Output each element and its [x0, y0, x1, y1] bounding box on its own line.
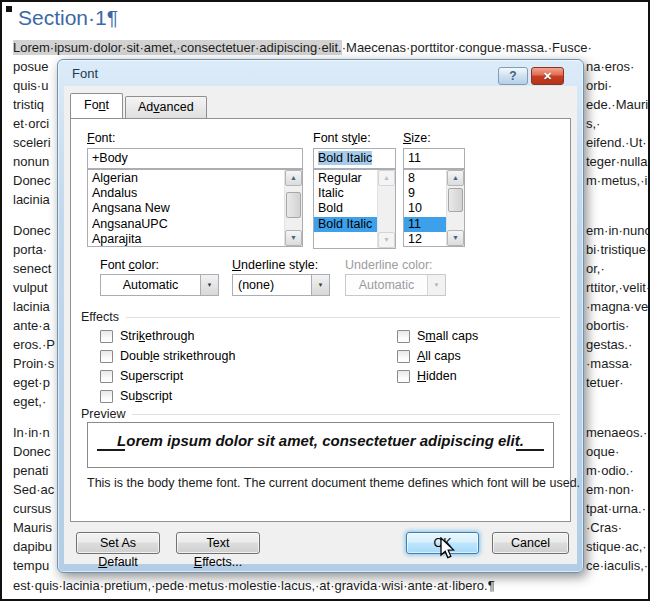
font-color-value: Automatic: [101, 278, 200, 292]
document-text-fragment: [586, 392, 650, 411]
close-button[interactable]: ✕: [531, 67, 564, 85]
font-style-list-item[interactable]: Bold: [314, 201, 378, 216]
effect-option[interactable]: Superscript: [100, 366, 235, 386]
size-input[interactable]: 11: [403, 148, 465, 169]
font-dialog: Font ? ✕ Font Advanced Font: +Body Alger…: [57, 59, 584, 573]
font-color-dropdown[interactable]: Automatic ▼: [100, 274, 219, 296]
checkbox-icon[interactable]: [100, 350, 113, 363]
document-text-fragment: bi·tristique·: [586, 240, 650, 259]
effect-label: Strikethrough: [120, 329, 194, 343]
effect-option[interactable]: All caps: [397, 346, 478, 366]
dialog-title: Font: [72, 66, 98, 81]
document-text-fragment: tetuer·: [586, 373, 650, 392]
effects-group-label: Effects: [81, 310, 119, 324]
size-list-item[interactable]: 9: [404, 186, 447, 201]
font-list-scrollbar[interactable]: ▲ ▼: [284, 170, 302, 246]
preview-right-tick: [516, 449, 544, 451]
chevron-down-icon: ▼: [207, 282, 213, 288]
effect-option[interactable]: Small caps: [397, 326, 478, 346]
document-text-fragment: gestas.·: [586, 335, 650, 354]
checkbox-icon[interactable]: [100, 390, 113, 403]
font-label: Font:: [87, 131, 116, 145]
font-style-list-item[interactable]: Regular: [314, 171, 378, 186]
preview-box: Lorem ipsum dolor sit amet, consectetuer…: [87, 422, 554, 468]
document-text-fragment: eifend.·Ut·: [586, 133, 650, 152]
effect-option[interactable]: Strikethrough: [100, 326, 235, 346]
paragraph-anchor-square-icon: [6, 6, 12, 12]
font-style-list[interactable]: RegularItalicBoldBold Italic ▲ ▼: [313, 169, 396, 249]
document-text-fragment: em·in·nunc·: [586, 221, 650, 240]
effects-right-column: Small capsAll capsHidden: [397, 326, 478, 386]
font-style-list-item[interactable]: Bold Italic: [314, 217, 378, 232]
font-list-item[interactable]: AngsanaUPC: [88, 217, 285, 232]
arrow-down-icon: ▼: [378, 232, 395, 248]
effect-label: Subscript: [120, 389, 172, 403]
mouse-cursor-icon: [439, 537, 457, 561]
tab-advanced[interactable]: Advanced: [125, 96, 207, 118]
size-list-item[interactable]: 12: [404, 232, 447, 247]
size-list-item[interactable]: 10: [404, 201, 447, 216]
checkbox-icon[interactable]: [397, 370, 410, 383]
effects-group-header: Effects: [81, 310, 560, 324]
size-list-item[interactable]: 8: [404, 171, 447, 186]
arrow-up-icon[interactable]: ▲: [285, 170, 302, 186]
arrow-up-icon[interactable]: ▲: [447, 170, 464, 186]
scrollbar-thumb[interactable]: [448, 188, 463, 212]
preview-group-header: Preview: [81, 407, 560, 421]
font-list[interactable]: AlgerianAndalusAngsana NewAngsanaUPCApar…: [87, 169, 303, 247]
cancel-button[interactable]: Cancel: [492, 532, 569, 554]
effect-option[interactable]: Hidden: [397, 366, 478, 386]
arrow-up-icon: ▲: [378, 170, 395, 186]
checkbox-icon[interactable]: [397, 330, 410, 343]
document-text-fragment: stique·ac,·: [586, 537, 650, 556]
document-text-fragment: orbi·: [586, 76, 650, 95]
chevron-down-icon: ▼: [434, 282, 440, 288]
arrow-down-icon[interactable]: ▼: [285, 230, 302, 246]
font-list-item[interactable]: Aparajita: [88, 232, 285, 247]
font-list-item[interactable]: Angsana New: [88, 201, 285, 216]
underline-style-dropdown[interactable]: (none) ▼: [232, 274, 330, 296]
underline-style-value: (none): [233, 278, 311, 292]
effect-label: All caps: [417, 349, 461, 363]
effect-label: Hidden: [417, 369, 457, 383]
size-list[interactable]: 89101112 ▲ ▼: [403, 169, 465, 247]
effect-label: Small caps: [417, 329, 478, 343]
tab-font[interactable]: Font: [70, 93, 123, 118]
font-list-item[interactable]: Algerian: [88, 171, 285, 186]
set-as-default-button[interactable]: Set As Default: [76, 532, 160, 554]
font-color-dropdown-button[interactable]: ▼: [200, 275, 218, 295]
effect-option[interactable]: Double strikethrough: [100, 346, 235, 366]
document-text-line: est·quis·lacinia·pretium,·pede·metus·mol…: [13, 576, 495, 595]
help-button[interactable]: ?: [498, 67, 528, 85]
font-list-item[interactable]: Andalus: [88, 186, 285, 201]
paragraph: na·eros·orbi·ede.·Mauris·s,·eifend.·Ut·t…: [586, 57, 650, 209]
effects-left-column: StrikethroughDouble strikethroughSupersc…: [100, 326, 235, 406]
text-effects-button[interactable]: Text Effects...: [176, 532, 260, 554]
checkbox-icon[interactable]: [100, 330, 113, 343]
font-style-list-item[interactable]: Italic: [314, 186, 378, 201]
tab-bar: Font Advanced: [70, 92, 209, 117]
document-text-fragment: ·magna·vel·: [586, 297, 650, 316]
document-text-fragment: menaeos.·: [586, 423, 650, 442]
effect-option[interactable]: Subscript: [100, 386, 235, 406]
checkbox-icon[interactable]: [100, 370, 113, 383]
font-style-scrollbar: ▲ ▼: [377, 170, 395, 248]
document-text-fragment: em·non·: [586, 480, 650, 499]
chevron-down-icon: ▼: [318, 282, 324, 288]
font-style-input[interactable]: Bold Italic: [313, 148, 396, 169]
font-tab-page: Font: +Body AlgerianAndalusAngsana NewAn…: [70, 118, 571, 522]
checkbox-icon[interactable]: [397, 350, 410, 363]
arrow-down-icon[interactable]: ▼: [447, 230, 464, 246]
scrollbar-thumb[interactable]: [286, 192, 301, 218]
effect-label: Superscript: [120, 369, 183, 383]
size-list-item[interactable]: 11: [404, 217, 447, 232]
font-style-label: Font style:: [313, 131, 371, 145]
font-name-input[interactable]: +Body: [87, 148, 303, 169]
size-label: Size:: [403, 131, 431, 145]
document-text-fragment: tpat·urna.·: [586, 499, 650, 518]
underline-style-dropdown-button[interactable]: ▼: [311, 275, 329, 295]
size-list-scrollbar[interactable]: ▲ ▼: [446, 170, 464, 246]
font-color-label: Font color:: [100, 258, 159, 272]
document-text-fragment: s,·: [586, 114, 650, 133]
document-text-fragment: obortis·: [586, 316, 650, 335]
